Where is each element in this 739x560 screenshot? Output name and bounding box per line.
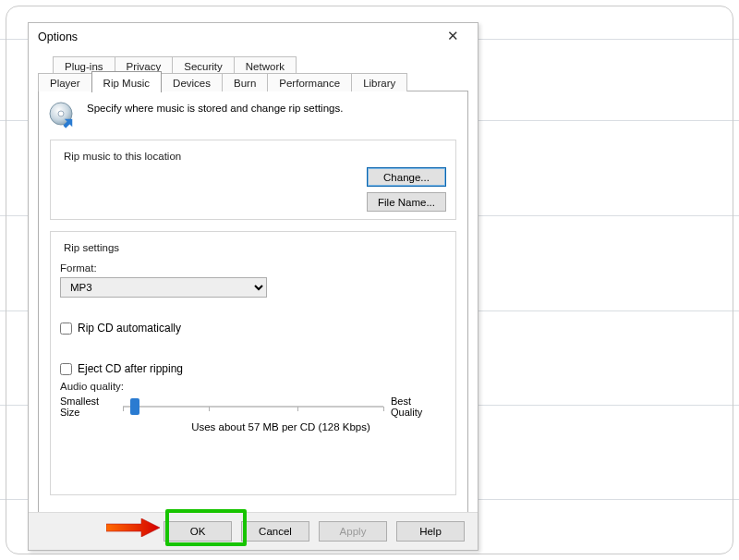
eject-checkbox[interactable]	[60, 363, 72, 375]
group-rip-settings: Rip settings Format: MP3 Rip CD automati…	[50, 231, 456, 495]
format-select[interactable]: MP3	[60, 277, 267, 298]
help-button[interactable]: Help	[396, 521, 465, 542]
apply-button[interactable]: Apply	[319, 521, 387, 542]
rip-auto-checkbox[interactable]	[60, 323, 72, 335]
ok-button[interactable]: OK	[164, 521, 232, 542]
group-rip-location: Rip music to this location Change... Fil…	[50, 140, 456, 220]
tab-panel-rip-music: Specify where music is stored and change…	[38, 91, 468, 522]
dialog-button-bar: OK Cancel Apply Help	[29, 512, 478, 550]
intro-row: Specify where music is stored and change…	[48, 101, 458, 130]
file-name-button[interactable]: File Name...	[367, 192, 446, 212]
slider-thumb[interactable]	[130, 398, 139, 415]
dialog-title: Options	[38, 30, 78, 43]
cancel-button[interactable]: Cancel	[241, 521, 309, 542]
tab-network[interactable]: Network	[234, 56, 297, 75]
tab-performance[interactable]: Performance	[267, 73, 352, 91]
eject-label: Eject CD after ripping	[78, 362, 183, 375]
tab-library[interactable]: Library	[351, 73, 407, 91]
eject-row[interactable]: Eject CD after ripping	[60, 362, 446, 375]
close-button[interactable]: ✕	[435, 24, 470, 48]
cd-rip-icon	[48, 101, 78, 130]
tab-security[interactable]: Security	[172, 56, 235, 75]
audio-quality-slider-row: SmallestSize BestQuality	[60, 396, 446, 418]
slider-max-label: BestQuality	[391, 396, 446, 418]
tab-strip: Plug-insPrivacySecurityNetwork PlayerRip…	[29, 51, 478, 91]
titlebar: Options ✕	[29, 23, 478, 51]
change-button[interactable]: Change...	[367, 167, 446, 187]
group-title-location: Rip music to this location	[60, 151, 185, 162]
audio-quality-slider[interactable]	[123, 397, 383, 418]
tab-player[interactable]: Player	[38, 73, 92, 91]
slider-min-label: SmallestSize	[60, 396, 115, 418]
usage-text: Uses about 57 MB per CD (128 Kbps)	[115, 421, 446, 432]
group-title-settings: Rip settings	[60, 242, 123, 253]
format-label: Format:	[60, 262, 446, 274]
intro-text: Specify where music is stored and change…	[87, 101, 343, 114]
audio-quality-label: Audio quality:	[60, 381, 446, 392]
tab-devices[interactable]: Devices	[161, 73, 223, 91]
close-icon: ✕	[447, 28, 459, 44]
tab-burn[interactable]: Burn	[222, 73, 268, 91]
svg-point-1	[58, 111, 64, 116]
rip-auto-row[interactable]: Rip CD automatically	[60, 322, 446, 335]
options-dialog: Options ✕ Plug-insPrivacySecurityNetwork…	[28, 22, 479, 551]
rip-auto-label: Rip CD automatically	[78, 322, 181, 335]
tab-rip-music[interactable]: Rip Music	[91, 71, 162, 92]
